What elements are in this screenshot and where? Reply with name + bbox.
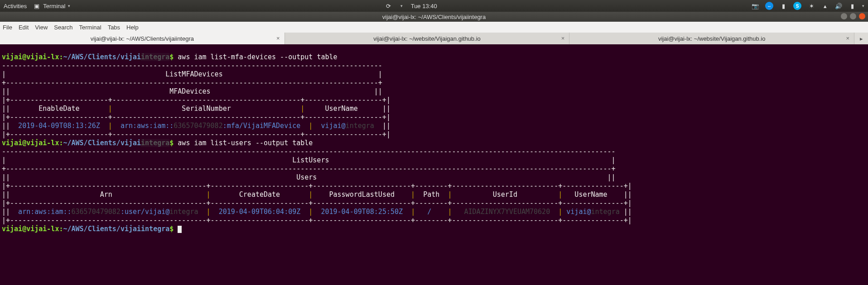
tabbar: vijai@vijai-lx: ~/AWS/Clients/vijaiinteg…	[0, 33, 868, 44]
val-path: /	[415, 208, 448, 216]
table-border: |+------------------------+-------------…	[2, 130, 391, 138]
slack-icon[interactable]: ✶	[808, 2, 815, 10]
tab-label: vijai@vijai-lx: ~/AWS/Clients/vijaiinteg…	[91, 35, 194, 42]
prompt-path: ~/AWS/Clients/vijai	[63, 139, 141, 147]
table-title: | ListUsers |	[2, 156, 616, 164]
val-user-redacted: integra	[346, 122, 374, 130]
col-arn: Arn	[10, 190, 206, 199]
col-createdate: CreateDate	[211, 190, 309, 199]
clipboard-icon[interactable]: ▮	[780, 2, 787, 10]
prompt-user: vijai@vijai-lx	[2, 139, 59, 147]
window-title: vijai@vijai-lx: ~/AWS/Clients/vijaiinteg…	[382, 14, 486, 20]
val-arn-redacted2: integra	[169, 208, 198, 216]
app-menu-label: Terminal	[43, 3, 65, 10]
val-username-redacted: integra	[591, 208, 620, 216]
val-user-prefix: vijai@	[313, 122, 345, 130]
gnome-top-bar: Activities ▣ Terminal ▾ ⟳ ▾ Tue 13:40 📷 …	[0, 0, 868, 12]
terminal-tab-3[interactable]: vijai@vijai-lx: ~/website/Vijaigan.githu…	[569, 33, 854, 44]
camera-icon[interactable]: 📷	[752, 2, 759, 10]
activities-button[interactable]: Activities	[4, 3, 27, 10]
tab-label: vijai@vijai-lx: ~/website/Vijaigan.githu…	[373, 35, 481, 42]
val-serial-redacted: 636570479082	[174, 122, 222, 130]
table-subtitle: || Users ||	[2, 173, 616, 181]
close-icon[interactable]: ×	[276, 35, 280, 42]
skype-icon[interactable]: S	[793, 2, 801, 10]
val-arn-prefix: arn:aws:iam::	[10, 208, 71, 216]
prompt-path-redacted: integra	[141, 139, 169, 147]
col-serialnumber: SerialNumber	[112, 104, 300, 113]
battery-icon[interactable]: ▮	[849, 2, 856, 10]
terminal-tab-1[interactable]: vijai@vijai-lx: ~/AWS/Clients/vijaiinteg…	[0, 33, 285, 44]
tab-label: vijai@vijai-lx: ~/website/Vijaigan.githu…	[658, 35, 766, 42]
table-border: |+------------------------+-------------…	[2, 96, 391, 104]
table-title: | ListMFADevices |	[2, 70, 382, 78]
menu-tabs[interactable]: Tabs	[108, 24, 120, 31]
col-username: UserName	[562, 190, 623, 199]
val-arn-redacted: 636570479082	[72, 208, 121, 216]
table-border: |+--------------------------------------…	[2, 199, 632, 207]
menu-edit[interactable]: Edit	[19, 24, 29, 31]
window-minimize-button[interactable]	[841, 13, 847, 19]
prompt-user: vijai@vijai-lx	[2, 53, 59, 61]
prompt-user: vijai@vijai-lx	[2, 225, 59, 233]
col-username: UserName	[304, 104, 382, 113]
table-border: |+------------------------+-------------…	[2, 113, 391, 121]
menu-help[interactable]: Help	[126, 24, 139, 31]
menu-terminal[interactable]: Terminal	[79, 24, 101, 31]
table-border: +---------------------------------------…	[2, 165, 616, 173]
val-passwordlastused: 2019-04-09T08:25:50Z	[313, 208, 411, 216]
chevron-down-icon: ▾	[400, 4, 403, 8]
col-userid: UserId	[452, 190, 558, 199]
prompt-path: ~/AWS/Clients/vijai	[63, 225, 141, 233]
refresh-icon[interactable]: ⟳	[385, 2, 392, 10]
new-tab-button[interactable]: ▸	[854, 33, 868, 44]
close-icon[interactable]: ×	[561, 35, 565, 42]
window-close-button[interactable]	[859, 13, 865, 19]
app-menu[interactable]: ▣ Terminal ▾	[33, 2, 70, 10]
window-maximize-button[interactable]	[850, 13, 856, 19]
chevron-down-icon: ▾	[862, 4, 864, 8]
table-border: ----------------------------------------…	[2, 147, 616, 156]
prompt-path-suffix: integra	[141, 225, 169, 233]
terminal-output[interactable]: vijai@vijai-lx:~/AWS/Clients/vijaiintegr…	[0, 44, 868, 235]
prompt-path: ~/AWS/Clients/vijai	[63, 53, 141, 61]
wifi-icon[interactable]: ▴	[821, 2, 829, 10]
chevron-down-icon: ▾	[68, 4, 70, 8]
terminal-tab-2[interactable]: vijai@vijai-lx: ~/website/Vijaigan.githu…	[285, 33, 570, 44]
terminal-icon: ▣	[33, 2, 40, 10]
prompt-path-redacted: integra	[141, 53, 169, 61]
menu-search[interactable]: Search	[54, 24, 72, 31]
val-enabledate: 2019-04-09T08:13:26Z	[10, 122, 108, 130]
volume-icon[interactable]: 🔊	[835, 2, 842, 10]
val-userid-redacted: AIDAZINYX7YVEUAM70620	[464, 208, 550, 216]
val-serial-prefix: arn:aws:iam::	[112, 122, 174, 130]
col-path: Path	[415, 190, 448, 199]
menubar: File Edit View Search Terminal Tabs Help	[0, 22, 868, 33]
menu-file[interactable]: File	[3, 24, 12, 31]
table-border: ----------------------------------------…	[2, 62, 382, 70]
table-border: |+--------------------------------------…	[2, 182, 632, 190]
command-1: aws iam list-mfa-devices --output table	[174, 53, 337, 61]
col-passwordlastused: PasswordLastUsed	[313, 190, 411, 199]
cursor	[178, 226, 182, 233]
table-subtitle: || MFADevices ||	[2, 87, 382, 95]
val-username-prefix: vijai@	[562, 208, 591, 216]
table-border: +---------------------------------------…	[2, 79, 382, 87]
menu-view[interactable]: View	[35, 24, 48, 31]
col-enabledate: EnableDate	[10, 104, 108, 113]
close-icon[interactable]: ×	[846, 35, 849, 42]
val-serial-suffix: :mfa/VijaiMFADevice	[223, 122, 309, 130]
teamviewer-icon[interactable]: ↔	[765, 2, 773, 10]
table-border: |+--------------------------------------…	[2, 216, 632, 224]
window-titlebar[interactable]: vijai@vijai-lx: ~/AWS/Clients/vijaiinteg…	[0, 12, 868, 22]
clock[interactable]: Tue 13:40	[411, 3, 437, 10]
val-createdate: 2019-04-09T06:04:09Z	[211, 208, 309, 216]
command-2: aws iam list-users --output table	[174, 139, 313, 147]
